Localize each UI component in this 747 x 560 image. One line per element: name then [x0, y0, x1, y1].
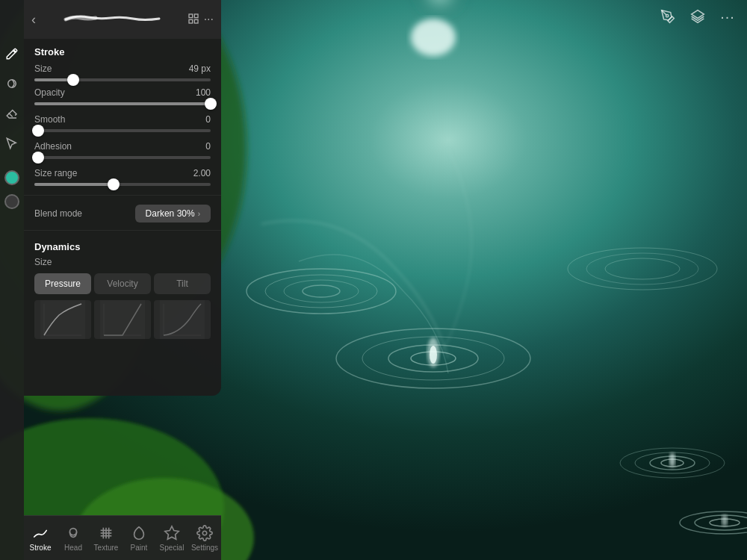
size-range-slider[interactable] — [34, 183, 211, 186]
left-toolbar — [0, 0, 24, 560]
paint-tab-label: Paint — [131, 544, 148, 552]
texture-tab-icon — [97, 524, 115, 542]
layers-icon[interactable] — [687, 6, 708, 27]
paint-tab-icon — [130, 524, 148, 542]
pressure-curve-preview[interactable] — [34, 300, 91, 339]
opacity-value: 100 — [188, 87, 211, 98]
brush-panel: ‹ ··· Stroke Size — [24, 0, 221, 396]
stroke-tab-label: Stroke — [30, 544, 52, 552]
selection-tool-icon[interactable] — [3, 134, 21, 152]
smooth-value: 0 — [188, 114, 211, 125]
settings-tab-label: Settings — [191, 544, 218, 552]
smooth-label: Smooth — [34, 114, 79, 125]
bottom-tab-bar: Stroke Head Texture — [24, 515, 221, 560]
primary-color-swatch[interactable] — [4, 170, 19, 185]
svg-rect-39 — [100, 300, 145, 339]
size-label: Size — [34, 63, 79, 74]
eraser-tool-icon[interactable] — [3, 105, 21, 122]
smooth-control-row: Smooth 0 — [24, 110, 221, 137]
blend-mode-label: Blend mode — [34, 208, 82, 219]
dynamics-section: Dynamics Size Pressure Velocity Tilt — [24, 235, 221, 294]
svg-point-28 — [722, 514, 728, 526]
curve-previews — [24, 300, 221, 346]
velocity-button[interactable]: Velocity — [94, 273, 151, 294]
back-button[interactable]: ‹ — [31, 12, 36, 28]
stroke-section-header: Stroke — [24, 39, 221, 62]
svg-rect-36 — [40, 300, 85, 339]
svg-rect-35 — [194, 19, 198, 23]
settings-tab-icon — [196, 524, 214, 542]
stroke-tab-icon — [31, 524, 49, 542]
size-value: 49 px — [188, 63, 211, 74]
dynamics-buttons-group: Pressure Velocity Tilt — [34, 273, 211, 294]
panel-content: Stroke Size 49 px Opacity 100 — [24, 39, 221, 357]
adhesion-label: Adhesion — [34, 141, 79, 152]
svg-point-30 — [666, 15, 669, 17]
opacity-control-row: Opacity 100 — [24, 83, 221, 110]
dynamics-size-label: Size — [34, 257, 211, 267]
tab-head[interactable]: Head — [57, 524, 90, 552]
head-tab-icon — [64, 524, 82, 542]
size-range-value: 2.00 — [188, 168, 211, 178]
more-options-icon[interactable]: ··· — [717, 6, 738, 27]
pen-tool-top-icon[interactable] — [657, 6, 678, 27]
adhesion-slider[interactable] — [34, 156, 211, 159]
blend-mode-button[interactable]: Darken 30% › — [135, 205, 211, 223]
tab-texture[interactable]: Texture — [90, 524, 123, 552]
svg-point-16 — [430, 346, 437, 364]
svg-point-45 — [69, 529, 76, 535]
blend-mode-row: Blend mode Darken 30% › — [24, 200, 221, 227]
svg-marker-52 — [165, 526, 179, 539]
svg-point-24 — [669, 452, 675, 467]
secondary-color-swatch[interactable] — [4, 194, 19, 209]
velocity-curve-preview[interactable] — [94, 300, 151, 339]
svg-rect-42 — [160, 300, 205, 339]
pressure-button[interactable]: Pressure — [34, 273, 91, 294]
svg-point-53 — [202, 531, 207, 535]
panel-more-button[interactable]: ··· — [204, 13, 214, 26]
size-range-label: Size range — [34, 168, 79, 178]
adhesion-control-row: Adhesion 0 — [24, 137, 221, 164]
special-tab-label: Special — [160, 544, 185, 552]
layout-toggle-button[interactable] — [187, 13, 199, 27]
svg-rect-32 — [189, 14, 193, 18]
tilt-button[interactable]: Tilt — [154, 273, 211, 294]
tab-stroke[interactable]: Stroke — [24, 524, 57, 552]
size-range-control-row: Size range 2.00 — [24, 164, 221, 190]
texture-tab-label: Texture — [94, 544, 119, 552]
tab-settings[interactable]: Settings — [188, 524, 221, 552]
size-slider[interactable] — [34, 78, 211, 81]
svg-rect-33 — [194, 14, 198, 18]
opacity-slider[interactable] — [34, 102, 211, 105]
tab-paint[interactable]: Paint — [123, 524, 155, 552]
special-tab-icon — [163, 524, 181, 542]
blend-mode-value: Darken 30% — [146, 208, 195, 219]
adhesion-value: 0 — [188, 141, 211, 152]
svg-rect-34 — [189, 19, 193, 23]
smudge-tool-icon[interactable] — [3, 75, 21, 93]
head-tab-label: Head — [64, 544, 82, 552]
tab-special[interactable]: Special — [155, 524, 188, 552]
brush-preview — [42, 6, 187, 33]
tilt-curve-preview[interactable] — [154, 300, 211, 339]
dynamics-header: Dynamics — [34, 241, 211, 252]
blend-mode-chevron-icon: › — [198, 210, 200, 218]
opacity-label: Opacity — [34, 87, 79, 98]
smooth-slider[interactable] — [34, 129, 211, 132]
brush-tool-icon[interactable] — [3, 45, 21, 63]
panel-header: ‹ ··· — [24, 0, 221, 39]
size-control-row: Size 49 px — [24, 62, 221, 83]
